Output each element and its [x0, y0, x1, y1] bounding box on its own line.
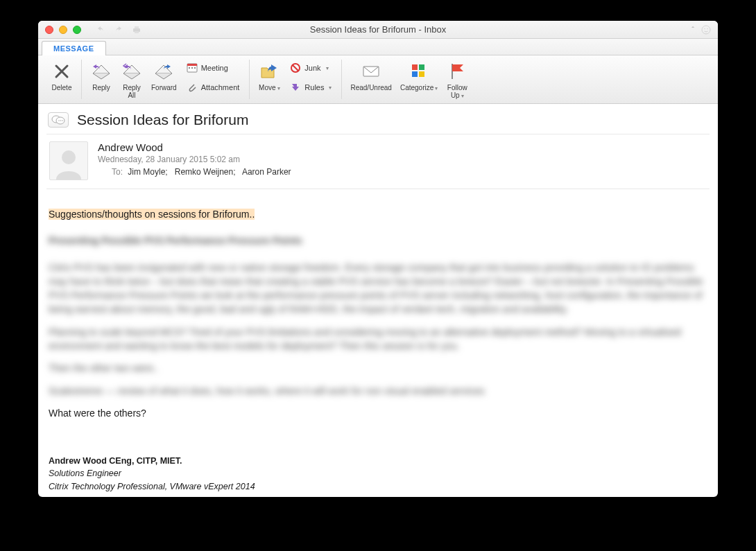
body-first-line: Suggestions/thoughts on sessions for Bri… [49, 209, 255, 220]
reply-all-icon [121, 61, 142, 82]
attachment-button[interactable]: Attachment [182, 79, 244, 96]
svg-rect-14 [419, 64, 424, 70]
to-row: To: Jim Moyle; Remko Weijnen; Aaron Park… [98, 167, 291, 177]
email-content: Session Ideas for Briforum Andrew Wood W… [38, 104, 718, 497]
header-text: Andrew Wood Wednesday, 28 January 2015 5… [98, 141, 291, 180]
ribbon-group-tags: Read/Unread Categorize▾ Follow Up▾ [342, 60, 476, 99]
ribbon: Delete Reply Reply All Forward [38, 55, 718, 104]
svg-point-22 [62, 150, 76, 164]
svg-rect-8 [189, 67, 190, 69]
svg-point-19 [58, 120, 60, 121]
email-window: Session Ideas for Briforum - Inbox ˆ MES… [38, 21, 718, 497]
recipient: Jim Moyle; [128, 167, 167, 177]
svg-rect-2 [135, 31, 139, 33]
reply-button[interactable]: Reply [87, 60, 115, 98]
svg-point-21 [62, 120, 63, 121]
ribbon-group-move: Move▾ Junk ▾ Rules ▾ [250, 60, 342, 99]
quick-access-toolbar [95, 24, 142, 35]
title-right: ˆ [691, 25, 711, 35]
signature-creds: Citrix Technology Professional, VMware v… [49, 480, 705, 493]
svg-rect-10 [194, 67, 196, 69]
svg-rect-15 [412, 71, 418, 77]
chevron-down-icon: ▾ [435, 85, 438, 91]
zoom-window-button[interactable] [73, 26, 81, 34]
calendar-icon [187, 62, 198, 73]
delete-button[interactable]: Delete [48, 60, 76, 98]
svg-point-20 [60, 120, 62, 121]
chevron-down-icon: ▾ [329, 85, 332, 91]
rules-icon [290, 82, 301, 93]
ribbon-move-extras: Junk ▾ Rules ▾ [286, 60, 336, 96]
svg-rect-13 [412, 64, 418, 70]
rules-button[interactable]: Rules ▾ [286, 79, 336, 96]
recipient-list: Jim Moyle; Remko Weijnen; Aaron Parker [128, 167, 291, 177]
ribbon-group-respond: Reply Reply All Forward Meetin [82, 60, 250, 99]
categorize-icon [409, 61, 429, 82]
read-unread-button[interactable]: Read/Unread [347, 60, 394, 98]
ribbon-group-delete: Delete [42, 60, 82, 99]
svg-rect-9 [191, 67, 193, 69]
blurred-text: Then the other two were.. [49, 361, 705, 375]
tab-message[interactable]: MESSAGE [42, 41, 106, 55]
blurred-text: Scalextreme — review of what it does, ho… [49, 384, 705, 398]
undo-icon[interactable] [95, 24, 106, 35]
paperclip-icon [187, 82, 198, 93]
recipient: Aaron Parker [242, 167, 291, 177]
junk-button[interactable]: Junk ▾ [286, 60, 336, 76]
reply-all-button[interactable]: Reply All [118, 60, 146, 98]
delete-icon [51, 61, 72, 82]
body-question: What were the others? [49, 406, 705, 420]
envelope-icon [361, 61, 381, 82]
sent-date: Wednesday, 28 January 2015 5:02 am [98, 155, 291, 164]
redo-icon[interactable] [113, 24, 124, 35]
recipient: Remko Weijnen; [175, 167, 236, 177]
tab-bar: MESSAGE [38, 39, 718, 55]
subject-row: Session Ideas for Briforum [46, 110, 710, 132]
signature-name: Andrew Wood CEng, CITP, MIET. [49, 455, 705, 467]
svg-rect-1 [135, 26, 139, 28]
follow-up-button[interactable]: Follow Up▾ [443, 60, 471, 98]
svg-rect-7 [187, 64, 197, 66]
categorize-button[interactable]: Categorize▾ [397, 60, 440, 98]
to-label: To: [98, 167, 123, 177]
move-icon [259, 61, 280, 82]
chevron-down-icon: ▾ [326, 65, 329, 71]
smiley-icon[interactable] [701, 25, 711, 35]
signature-title: Solutions Engineer [49, 467, 705, 480]
forward-icon [153, 61, 174, 82]
print-icon[interactable] [131, 24, 142, 35]
flag-icon [447, 61, 467, 82]
collapse-ribbon-button[interactable]: ˆ [691, 26, 694, 34]
svg-point-4 [704, 28, 705, 29]
ribbon-respond-extras: Meeting Attachment [182, 60, 244, 96]
blurred-text: Planning to scale beyond MCS? Tired of y… [49, 325, 705, 353]
junk-icon [290, 62, 301, 73]
sender-name: Andrew Wood [98, 141, 291, 153]
close-window-button[interactable] [45, 26, 53, 34]
traffic-lights [45, 26, 81, 34]
email-subject: Session Ideas for Briforum [77, 112, 248, 128]
svg-rect-16 [419, 71, 424, 77]
email-header: Andrew Wood Wednesday, 28 January 2015 5… [46, 134, 710, 189]
meeting-button[interactable]: Meeting [182, 60, 244, 76]
blurred-heading: Presenting Possible PVS Performance Pres… [49, 234, 705, 247]
forward-button[interactable]: Forward [148, 60, 180, 98]
email-body: Suggestions/thoughts on sessions for Bri… [46, 189, 710, 493]
svg-point-3 [702, 26, 710, 34]
move-button[interactable]: Move▾ [255, 60, 283, 98]
signature: Andrew Wood CEng, CITP, MIET. Solutions … [49, 455, 705, 492]
svg-point-5 [707, 28, 708, 29]
blurred-text: Citrix PVS has been invigorated with new… [49, 261, 705, 317]
conversation-icon[interactable] [48, 112, 69, 128]
title-bar: Session Ideas for Briforum - Inbox ˆ [38, 21, 718, 39]
reply-icon [91, 61, 112, 82]
chevron-down-icon: ▾ [277, 85, 280, 91]
chevron-down-icon: ▾ [461, 93, 464, 99]
minimize-window-button[interactable] [59, 26, 67, 34]
avatar [49, 141, 88, 180]
